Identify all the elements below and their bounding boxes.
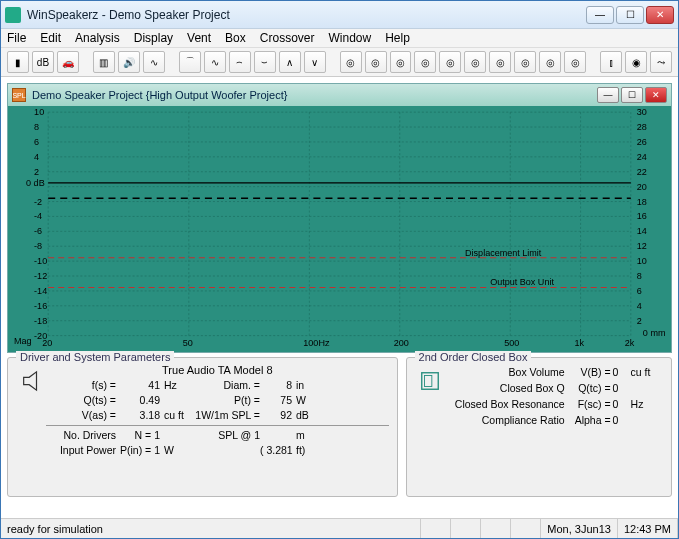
tool-knob7-icon[interactable]: ◎ <box>489 51 511 73</box>
svg-text:1k: 1k <box>575 338 585 348</box>
box-panel: 2nd Order Closed Box Box VolumeV(B) =0cu… <box>406 357 672 497</box>
child-maximize-button[interactable]: ☐ <box>621 87 643 103</box>
svg-rect-0 <box>48 112 631 335</box>
svg-text:-12: -12 <box>34 271 47 281</box>
tool-knob8-icon[interactable]: ◎ <box>514 51 536 73</box>
svg-text:2: 2 <box>34 167 39 177</box>
tool-knob9-icon[interactable]: ◎ <box>539 51 561 73</box>
close-button[interactable]: ✕ <box>646 6 674 24</box>
label-disp-limit: Displacement Limit <box>465 248 542 258</box>
tool-curve5-icon[interactable]: ∧ <box>279 51 301 73</box>
driver-system-row: No. DriversN = 1SPL @ 1m <box>46 428 389 443</box>
tool-curve2-icon[interactable]: ∿ <box>204 51 226 73</box>
child-minimize-button[interactable]: — <box>597 87 619 103</box>
tool-bars-icon[interactable]: ▥ <box>93 51 115 73</box>
menu-help[interactable]: Help <box>385 31 410 45</box>
menu-display[interactable]: Display <box>134 31 173 45</box>
child-titlebar[interactable]: SPL Demo Speaker Project {High Output Wo… <box>8 84 671 106</box>
driver-param-row: Q(ts) =0.49P(t) =75W <box>46 393 389 408</box>
child-window: SPL Demo Speaker Project {High Output Wo… <box>7 83 672 353</box>
tool-curve1-icon[interactable]: ⌒ <box>179 51 201 73</box>
toolbar: ▮ dB 🚗 ▥ 🔊 ∿ ⌒ ∿ ⌢ ⌣ ∧ ∨ ◎ ◎ ◎ ◎ ◎ ◎ ◎ ◎… <box>1 47 678 77</box>
tool-wave-icon[interactable]: ∿ <box>143 51 165 73</box>
driver-panel: Driver and System Parameters True Audio … <box>7 357 398 497</box>
menu-box[interactable]: Box <box>225 31 246 45</box>
tool-curve4-icon[interactable]: ⌣ <box>254 51 276 73</box>
menu-analysis[interactable]: Analysis <box>75 31 120 45</box>
svg-text:20: 20 <box>42 338 52 348</box>
tool-graph-icon[interactable]: ⤳ <box>650 51 672 73</box>
tool-speaker-icon[interactable]: 🔊 <box>118 51 140 73</box>
svg-text:18: 18 <box>637 197 647 207</box>
box-icon <box>415 364 445 428</box>
tool-curve6-icon[interactable]: ∨ <box>304 51 326 73</box>
svg-text:-2: -2 <box>34 197 42 207</box>
svg-text:16: 16 <box>637 211 647 221</box>
driver-param-row: f(s) =41HzDiam. =8in <box>46 378 389 393</box>
titlebar[interactable]: WinSpeakerz - Demo Speaker Project — ☐ ✕ <box>1 1 678 29</box>
svg-text:-14: -14 <box>34 286 47 296</box>
svg-text:4: 4 <box>637 301 642 311</box>
driver-panel-title: Driver and System Parameters <box>16 351 174 363</box>
panels-row: Driver and System Parameters True Audio … <box>7 357 672 497</box>
svg-text:100Hz: 100Hz <box>303 338 330 348</box>
main-window: WinSpeakerz - Demo Speaker Project — ☐ ✕… <box>0 0 679 539</box>
svg-text:50: 50 <box>183 338 193 348</box>
menu-file[interactable]: File <box>7 31 26 45</box>
svg-text:8: 8 <box>34 122 39 132</box>
box-param-row: Closed Box ResonanceF(sc) =0Hz <box>445 396 663 412</box>
tool-eq-icon[interactable]: ⫿ <box>600 51 622 73</box>
window-title: WinSpeakerz - Demo Speaker Project <box>27 8 586 22</box>
svg-text:8: 8 <box>637 271 642 281</box>
menu-edit[interactable]: Edit <box>40 31 61 45</box>
status-time: 12:43 PM <box>618 519 678 538</box>
app-icon <box>5 7 21 23</box>
tool-knob6-icon[interactable]: ◎ <box>464 51 486 73</box>
chart-area: 103082862642422220-218-416-614-812-1010-… <box>8 106 671 352</box>
driver-system-row: Input PowerP(in) = 1W( 3.281ft) <box>46 443 389 458</box>
svg-text:6: 6 <box>637 286 642 296</box>
driver-icon <box>16 364 46 458</box>
menu-vent[interactable]: Vent <box>187 31 211 45</box>
driver-param-row: V(as) =3.18cu ft1W/1m SPL =92dB <box>46 408 389 423</box>
svg-text:14: 14 <box>637 226 647 236</box>
svg-text:-8: -8 <box>34 241 42 251</box>
child-close-button[interactable]: ✕ <box>645 87 667 103</box>
svg-text:-16: -16 <box>34 301 47 311</box>
svg-text:2k: 2k <box>625 338 635 348</box>
tool-spl-icon[interactable]: ▮ <box>7 51 29 73</box>
svg-text:500: 500 <box>504 338 519 348</box>
menu-window[interactable]: Window <box>328 31 371 45</box>
label-output-box: Output Box Unit <box>490 277 554 287</box>
tool-knob4-icon[interactable]: ◎ <box>414 51 436 73</box>
tool-db-icon[interactable]: dB <box>32 51 54 73</box>
tool-knob2-icon[interactable]: ◎ <box>365 51 387 73</box>
tool-knob5-icon[interactable]: ◎ <box>439 51 461 73</box>
minimize-button[interactable]: — <box>586 6 614 24</box>
status-date: Mon, 3Jun13 <box>541 519 618 538</box>
tool-knob3-icon[interactable]: ◎ <box>390 51 412 73</box>
svg-text:6: 6 <box>34 137 39 147</box>
svg-text:-6: -6 <box>34 226 42 236</box>
svg-text:12: 12 <box>637 241 647 251</box>
tool-target-icon[interactable]: ◉ <box>625 51 647 73</box>
svg-text:28: 28 <box>637 122 647 132</box>
box-param-row: Compliance RatioAlpha =0 <box>445 412 663 428</box>
menu-crossover[interactable]: Crossover <box>260 31 315 45</box>
xlabel: Mag <box>14 336 32 346</box>
statusbar: ready for simulation Mon, 3Jun13 12:43 P… <box>1 518 678 538</box>
tool-knob1-icon[interactable]: ◎ <box>340 51 362 73</box>
svg-text:22: 22 <box>637 167 647 177</box>
yr0: 0 mm <box>643 328 666 338</box>
tool-curve3-icon[interactable]: ⌢ <box>229 51 251 73</box>
svg-text:2: 2 <box>637 316 642 326</box>
maximize-button[interactable]: ☐ <box>616 6 644 24</box>
box-panel-title: 2nd Order Closed Box <box>415 351 532 363</box>
tool-car-icon[interactable]: 🚗 <box>57 51 79 73</box>
svg-text:24: 24 <box>637 152 647 162</box>
child-icon: SPL <box>12 88 26 102</box>
tool-knob10-icon[interactable]: ◎ <box>564 51 586 73</box>
svg-text:10: 10 <box>34 107 44 117</box>
svg-text:-4: -4 <box>34 211 42 221</box>
driver-model: True Audio TA Model 8 <box>46 364 389 376</box>
